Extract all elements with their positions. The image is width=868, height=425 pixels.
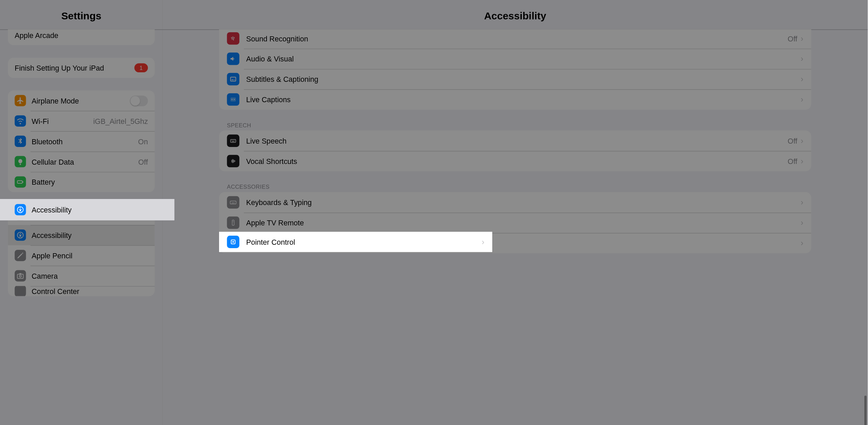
detail-item-label: Audio & Visual xyxy=(246,55,797,63)
svg-point-26 xyxy=(232,241,234,243)
sidebar-item-label: Airplane Mode xyxy=(32,96,130,105)
sidebar-item-label: Cellular Data xyxy=(32,158,138,166)
detail-item-label: Keyboards & Typing xyxy=(246,198,797,207)
detail-item-audio-visual[interactable]: Audio & Visual › xyxy=(219,49,811,69)
detail-item-value: Off xyxy=(788,157,797,165)
chevron-right-icon: › xyxy=(482,237,485,246)
section-header-accessories: ACCESSORIES xyxy=(227,184,811,190)
svg-rect-7 xyxy=(19,273,21,274)
chevron-right-icon: › xyxy=(801,218,804,227)
pencil-icon xyxy=(15,250,26,261)
sidebar-item-wifi[interactable]: Wi-Fi iGB_Airtel_5Ghz xyxy=(8,111,155,131)
sidebar-item-control-center[interactable]: Control Center xyxy=(8,286,155,296)
sidebar-item-value: iGB_Airtel_5Ghz xyxy=(93,117,148,125)
sidebar-group-arcade: Apple Arcade xyxy=(8,30,155,45)
scroll-indicator[interactable] xyxy=(864,396,867,425)
subtitles-icon xyxy=(227,73,239,86)
svg-rect-8 xyxy=(231,77,236,81)
keyboard2-icon xyxy=(227,196,239,209)
svg-rect-10 xyxy=(234,79,235,80)
chevron-right-icon: › xyxy=(801,156,804,166)
captions-icon xyxy=(227,93,239,106)
chevron-right-icon: › xyxy=(801,198,804,207)
sidebar-item-airplane[interactable]: Airplane Mode xyxy=(8,90,155,111)
svg-point-20 xyxy=(233,221,234,222)
highlight-sidebar-accessibility[interactable]: Accessibility xyxy=(0,199,174,220)
speaker-icon xyxy=(227,53,239,65)
sidebar-item-value: On xyxy=(138,137,148,146)
chevron-right-icon: › xyxy=(801,136,804,145)
svg-point-14 xyxy=(233,140,234,141)
chevron-right-icon: › xyxy=(801,239,804,248)
detail-title: Accessibility xyxy=(163,10,868,30)
sidebar-group-setup: Finish Setting Up Your iPad 1 xyxy=(8,58,155,78)
chevron-right-icon: › xyxy=(801,95,804,104)
sidebar-item-label: Apple Pencil xyxy=(32,251,148,260)
waveform-icon xyxy=(227,155,239,167)
svg-point-24 xyxy=(20,207,21,208)
airplane-toggle[interactable] xyxy=(130,95,148,106)
svg-rect-12 xyxy=(231,140,236,143)
sidebar-item-bluetooth[interactable]: Bluetooth On xyxy=(8,131,155,151)
sidebar-item-accessibility[interactable]: Accessibility xyxy=(8,225,155,245)
camera-icon xyxy=(15,270,26,281)
chevron-right-icon: › xyxy=(801,75,804,84)
detail-item-live-captions[interactable]: Live Captions › xyxy=(219,89,811,110)
sidebar-title: Settings xyxy=(0,10,163,30)
keyboard-icon xyxy=(227,134,239,147)
sidebar-item-camera[interactable]: Camera xyxy=(8,266,155,286)
detail-item-subtitles[interactable]: Subtitles & Captioning › xyxy=(219,69,811,89)
sidebar-item-label: Battery xyxy=(32,178,148,186)
sidebar-item-cellular[interactable]: Cellular Data Off xyxy=(8,151,155,172)
detail-item-label: Apple TV Remote xyxy=(246,219,797,227)
sidebar-item-label: Control Center xyxy=(32,287,148,295)
svg-rect-17 xyxy=(230,201,236,204)
battery-icon xyxy=(15,176,26,187)
svg-point-6 xyxy=(19,275,21,277)
highlight-detail-pointer-control[interactable]: Pointer Control › xyxy=(219,232,492,252)
sidebar-item-battery[interactable]: Battery xyxy=(8,172,155,192)
badge: 1 xyxy=(134,63,148,72)
svg-rect-11 xyxy=(231,97,236,101)
svg-rect-18 xyxy=(232,203,235,203)
detail-item-label: Vocal Shortcuts xyxy=(246,157,788,165)
sound-rec-icon xyxy=(227,32,239,45)
highlight-label: Accessibility xyxy=(32,205,167,214)
chevron-right-icon: › xyxy=(801,54,804,63)
chevron-right-icon: › xyxy=(801,34,804,43)
sidebar-item-finish-setup[interactable]: Finish Setting Up Your iPad 1 xyxy=(8,58,155,78)
sidebar-item-label: Finish Setting Up Your iPad xyxy=(15,63,134,72)
detail-item-value: Off xyxy=(788,34,797,43)
accessibility-icon xyxy=(15,229,26,241)
sidebar-group-connectivity: Airplane Mode Wi-Fi iGB_Airtel_5Ghz Blue… xyxy=(8,90,155,192)
sidebar-item-apple-pencil[interactable]: Apple Pencil xyxy=(8,245,155,266)
detail-item-label: Subtitles & Captioning xyxy=(246,75,797,84)
detail-pane: Accessibility Sound Recognition Off › Au… xyxy=(163,0,868,425)
detail-item-vocal-shortcuts[interactable]: Vocal Shortcuts Off › xyxy=(219,151,811,171)
sidebar-item-apple-arcade[interactable]: Apple Arcade xyxy=(8,30,155,45)
svg-rect-9 xyxy=(232,79,234,80)
detail-item-sound-recognition[interactable]: Sound Recognition Off › xyxy=(219,30,811,49)
detail-group-hearing: Sound Recognition Off › Audio & Visual ›… xyxy=(219,30,811,110)
sidebar-item-label: Apple Arcade xyxy=(15,31,148,39)
cellular-icon xyxy=(15,156,26,167)
svg-point-4 xyxy=(20,233,21,234)
sidebar-item-label: Bluetooth xyxy=(32,137,138,146)
accessibility-icon xyxy=(15,204,26,215)
detail-item-appletv-remote[interactable]: Apple TV Remote › xyxy=(219,212,811,233)
airplane-icon xyxy=(15,95,26,106)
detail-item-label: Sound Recognition xyxy=(246,34,788,43)
switches-icon xyxy=(15,286,26,296)
pointer-icon xyxy=(227,236,239,248)
svg-rect-1 xyxy=(23,181,23,183)
svg-rect-19 xyxy=(232,220,234,225)
detail-item-keyboards-typing[interactable]: Keyboards & Typing › xyxy=(219,192,811,212)
sidebar-item-label: Wi-Fi xyxy=(32,117,93,125)
svg-rect-0 xyxy=(17,181,22,183)
bluetooth-icon xyxy=(15,136,26,147)
section-header-speech: SPEECH xyxy=(227,122,811,128)
detail-item-label: Live Captions xyxy=(246,95,797,104)
detail-item-live-speech[interactable]: Live Speech Off › xyxy=(219,131,811,151)
svg-point-15 xyxy=(234,140,235,141)
sidebar-item-label: Accessibility xyxy=(32,231,148,239)
